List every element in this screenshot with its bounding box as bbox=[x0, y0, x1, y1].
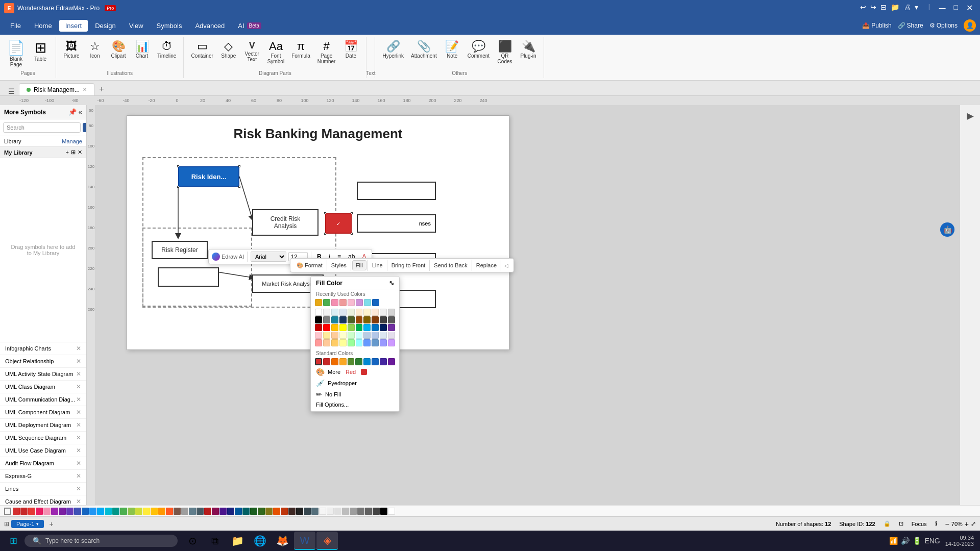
print-icon[interactable]: 🖨 bbox=[903, 3, 911, 14]
recent-color-7[interactable] bbox=[364, 299, 371, 306]
remove-express-g-icon[interactable]: ✕ bbox=[76, 472, 81, 480]
taskbar-firefox[interactable]: 🦊 bbox=[272, 532, 293, 550]
my-library-close-icon[interactable]: ✕ bbox=[78, 149, 82, 156]
remove-uml-usecase-icon[interactable]: ✕ bbox=[76, 447, 81, 454]
color-bar-swatch-20[interactable] bbox=[158, 508, 165, 515]
list-item-uml-activity[interactable]: UML Activity State Diagram ✕ bbox=[0, 368, 86, 381]
std-yellow[interactable] bbox=[339, 358, 347, 365]
grid-d7[interactable] bbox=[372, 316, 379, 323]
color-bar-swatch-18[interactable] bbox=[143, 508, 150, 515]
minimize-btn[interactable]: ─ bbox=[936, 3, 949, 14]
folder-icon[interactable]: 📁 bbox=[891, 3, 899, 14]
color-bar-swatch-40[interactable] bbox=[311, 508, 318, 515]
page-number-btn[interactable]: # PageNumber bbox=[314, 39, 339, 66]
list-item-lines[interactable]: Lines ✕ bbox=[0, 483, 86, 495]
color-bar-swatch-17[interactable] bbox=[135, 508, 142, 515]
my-library-more-icon[interactable]: ⊞ bbox=[71, 149, 76, 156]
g9[interactable] bbox=[380, 324, 387, 331]
recent-color-4[interactable] bbox=[339, 299, 347, 306]
color-bar-swatch-43[interactable] bbox=[334, 508, 341, 515]
i4[interactable] bbox=[339, 339, 347, 346]
grid-d1[interactable] bbox=[323, 316, 330, 323]
timeline-btn[interactable]: ⏱ Timeline bbox=[154, 39, 179, 61]
format-btn[interactable]: 🎨 Format bbox=[293, 261, 326, 270]
color-bar-swatch-23[interactable] bbox=[181, 508, 188, 515]
line-btn[interactable]: Line bbox=[369, 261, 386, 270]
publish-button[interactable]: 📤Publish bbox=[862, 22, 891, 29]
maximize-btn[interactable]: □ bbox=[951, 3, 961, 14]
color-bar-swatch-5[interactable] bbox=[43, 508, 51, 515]
menu-view[interactable]: View bbox=[123, 20, 150, 32]
remove-uml-component-icon[interactable]: ✕ bbox=[76, 409, 81, 416]
menu-file[interactable]: File bbox=[4, 20, 27, 32]
grid-c5[interactable] bbox=[363, 309, 371, 316]
color-bar-swatch-8[interactable] bbox=[66, 508, 74, 515]
i6[interactable] bbox=[356, 339, 363, 346]
color-bar-swatch-47[interactable] bbox=[365, 508, 372, 515]
taskbar-cortana[interactable]: ⊙ bbox=[182, 532, 203, 550]
color-bar-swatch-16[interactable] bbox=[128, 508, 135, 515]
menu-advanced[interactable]: Advanced bbox=[189, 20, 231, 32]
replace-btn[interactable]: Replace bbox=[473, 261, 500, 270]
color-bar-swatch-35[interactable] bbox=[273, 508, 280, 515]
std-darkblue[interactable] bbox=[380, 358, 387, 365]
search-input[interactable] bbox=[3, 122, 81, 133]
color-bar-swatch-33[interactable] bbox=[258, 508, 265, 515]
color-bar-swatch-31[interactable] bbox=[242, 508, 250, 515]
redo-icon[interactable]: ↪ bbox=[870, 3, 876, 14]
grid-d5[interactable] bbox=[356, 316, 363, 323]
g4[interactable] bbox=[339, 324, 347, 331]
close-btn[interactable]: ✕ bbox=[963, 3, 976, 14]
list-item-express-g[interactable]: Express-G ✕ bbox=[0, 470, 86, 483]
color-bar-swatch-32[interactable] bbox=[250, 508, 257, 515]
menu-symbols[interactable]: Symbols bbox=[151, 20, 188, 32]
std-purple[interactable] bbox=[388, 358, 395, 365]
font-symbol-btn[interactable]: Aa FontSymbol bbox=[264, 39, 287, 66]
send-back-btn[interactable]: Send to Back bbox=[431, 261, 470, 270]
color-bar-swatch-7[interactable] bbox=[59, 508, 66, 515]
i8[interactable] bbox=[372, 339, 379, 346]
recent-color-8[interactable] bbox=[372, 299, 379, 306]
color-bar-swatch-25[interactable] bbox=[197, 508, 204, 515]
zoom-in-btn[interactable]: + bbox=[965, 520, 969, 528]
g5[interactable] bbox=[348, 324, 355, 331]
list-item-object-relationship[interactable]: Object Relationship ✕ bbox=[0, 355, 86, 368]
qr-codes-btn[interactable]: ⬛ QRCodes bbox=[494, 39, 516, 66]
styles-btn[interactable]: Styles bbox=[328, 261, 350, 270]
sidebar-toggle[interactable]: ☰ bbox=[4, 87, 19, 95]
search-button[interactable]: Search bbox=[83, 123, 87, 132]
fill-btn[interactable]: Fill bbox=[352, 260, 366, 270]
taskbar-file-explorer[interactable]: 📁 bbox=[227, 532, 248, 550]
blank-page-btn[interactable]: 📄 BlankPage bbox=[4, 39, 28, 69]
taskbar-edrawmax[interactable]: ◈ bbox=[316, 532, 338, 550]
fill-panel-expand-icon[interactable]: ⤡ bbox=[389, 280, 394, 287]
recent-color-6[interactable] bbox=[356, 299, 363, 306]
risk-register-shape[interactable]: Risk Register bbox=[152, 241, 208, 259]
remove-infographic-icon[interactable]: ✕ bbox=[76, 345, 81, 352]
list-item-uml-sequence[interactable]: UML Sequence Diagram ✕ bbox=[0, 432, 86, 444]
no-fill-swatch[interactable] bbox=[4, 508, 11, 515]
right-panel-toggle[interactable]: ▶ bbox=[967, 110, 974, 121]
color-bar-swatch-29[interactable] bbox=[227, 508, 234, 515]
top-right-shape-2[interactable]: nses bbox=[357, 214, 436, 233]
list-item-uml-deployment[interactable]: UML Deployment Diagram ✕ bbox=[0, 419, 86, 432]
remove-uml-deployment-icon[interactable]: ✕ bbox=[76, 421, 81, 429]
grid-c8[interactable] bbox=[388, 309, 395, 316]
list-item-cause-effect[interactable]: Cause and Effect Diagram ✕ bbox=[0, 495, 86, 506]
risk-ident-shape[interactable]: Risk Iden... bbox=[178, 166, 239, 187]
grid-black[interactable] bbox=[315, 316, 322, 323]
remove-lines-icon[interactable]: ✕ bbox=[76, 485, 81, 492]
i2[interactable] bbox=[323, 339, 330, 346]
note-btn[interactable]: 📝 Note bbox=[441, 39, 463, 61]
color-bar-swatch-34[interactable] bbox=[265, 508, 273, 515]
page-1-tab[interactable]: Page-1 ▾ bbox=[11, 520, 44, 528]
g8[interactable] bbox=[372, 324, 379, 331]
user-avatar[interactable]: 👤 bbox=[964, 19, 976, 32]
color-bar-swatch-49[interactable] bbox=[380, 508, 387, 515]
share-button[interactable]: 🔗Share bbox=[898, 22, 923, 29]
font-select[interactable]: Arial bbox=[251, 252, 286, 262]
color-bar-swatch-3[interactable] bbox=[28, 508, 35, 515]
date-btn[interactable]: 📅 Date bbox=[339, 39, 362, 61]
std-blue[interactable] bbox=[372, 358, 379, 365]
std-green[interactable] bbox=[355, 358, 362, 365]
